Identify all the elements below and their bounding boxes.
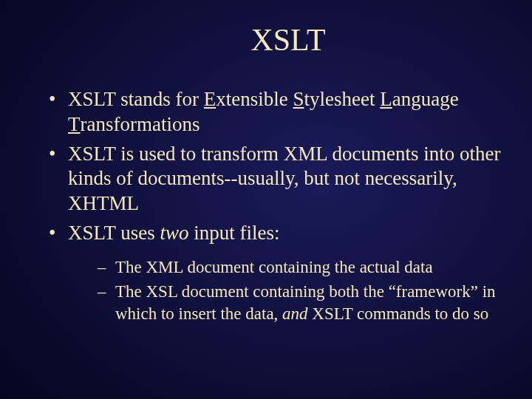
slide: XSLT XSLT stands for Extensible Styleshe… (0, 0, 532, 399)
bullet-text: input files: (189, 222, 280, 244)
bullet-text: XSLT uses (68, 222, 160, 244)
italic-text: and (282, 304, 308, 323)
bullet-text: XSLT stands for (68, 88, 204, 110)
sub-bullet-item: The XSL document containing both the “fr… (98, 281, 502, 325)
sub-bullet-item: The XML document containing the actual d… (98, 256, 502, 279)
underline-letter: T (68, 113, 81, 135)
bullet-text: ransformations (81, 113, 200, 135)
underline-letter: E (204, 88, 216, 110)
sub-bullet-text: XSLT commands to do so (308, 304, 489, 323)
bullet-text: xtensible (216, 88, 287, 110)
bullet-list: XSLT stands for Extensible Stylesheet La… (30, 87, 502, 325)
bullet-text: XSLT is used to transform XML documents … (68, 143, 500, 215)
bullet-text: tylesheet (304, 88, 375, 110)
bullet-text (288, 88, 293, 110)
underline-letter: L (380, 88, 392, 110)
bullet-item: XSLT uses two input files: The XML docum… (44, 221, 502, 325)
bullet-text: anguage (392, 88, 459, 110)
slide-title: XSLT (74, 22, 502, 58)
italic-text: two (160, 222, 189, 244)
sub-bullet-text: The XML document containing the actual d… (115, 258, 433, 276)
bullet-item: XSLT stands for Extensible Stylesheet La… (44, 87, 502, 137)
bullet-item: XSLT is used to transform XML documents … (44, 142, 502, 216)
sub-bullet-list: The XML document containing the actual d… (68, 256, 502, 326)
underline-letter: S (293, 88, 304, 110)
